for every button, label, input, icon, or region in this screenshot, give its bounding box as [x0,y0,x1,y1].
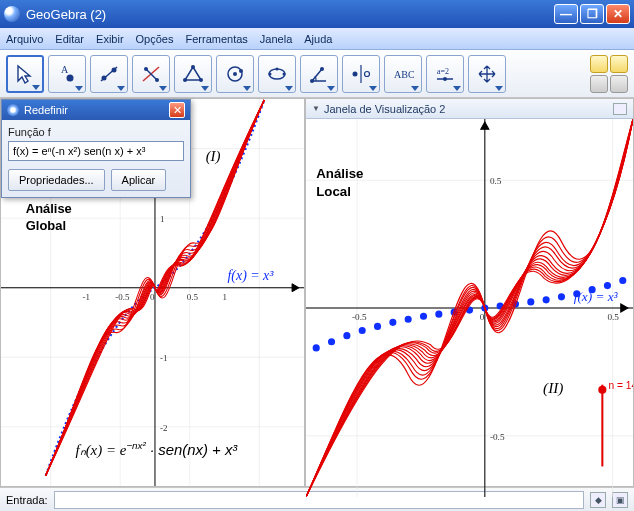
svg-text:-0.5: -0.5 [115,292,130,302]
menu-ajuda[interactable]: Ajuda [304,33,332,45]
svg-point-66 [360,328,364,332]
slider-n-label: n = 14 [608,380,633,391]
titlebar: GeoGebra (2) — ❐ ✕ [0,0,634,28]
help-button[interactable] [590,75,608,93]
svg-text:0: 0 [480,312,485,322]
window-title: GeoGebra (2) [26,7,554,22]
svg-point-11 [199,78,203,82]
svg-point-83 [621,278,625,282]
maximize-button[interactable]: ❐ [580,4,604,24]
view2-tools-icon[interactable] [613,103,627,115]
svg-point-69 [406,317,410,321]
app-icon [4,6,20,22]
svg-text:-2: -2 [160,423,167,433]
menu-arquivo[interactable]: Arquivo [6,33,43,45]
label-analise-global-2: Global [26,218,66,233]
graphics-view-1[interactable]: -1-0.50.51 12-1-2 0 [0,98,305,487]
menu-janela[interactable]: Janela [260,33,292,45]
slider-n[interactable]: n = 14 [598,380,633,467]
settings-button[interactable] [610,75,628,93]
svg-text:-1: -1 [160,353,167,363]
svg-text:0.5: 0.5 [607,312,619,322]
svg-point-14 [233,72,237,76]
tool-line[interactable] [90,55,128,93]
tool-slider[interactable]: a=2 [426,55,464,93]
tool-text[interactable]: ABC [384,55,422,93]
redefine-label: Função f [8,126,184,138]
redo-button[interactable] [610,55,628,73]
svg-point-78 [544,298,548,302]
svg-text:1: 1 [160,214,164,224]
menubar: Arquivo Editar Exibir Opções Ferramentas… [0,28,634,50]
svg-point-82 [605,284,609,288]
svg-point-77 [529,300,533,304]
redefine-close-button[interactable]: ✕ [169,102,185,118]
svg-point-17 [269,72,272,75]
toolbar-right [590,55,628,93]
svg-point-20 [310,79,314,83]
svg-point-64 [330,340,334,344]
menu-editar[interactable]: Editar [55,33,84,45]
svg-point-18 [276,67,279,70]
input-label: Entrada: [6,494,48,506]
tool-pan[interactable] [468,55,506,93]
redefine-dialog: Redefinir ✕ Função f Propriedades... Apl… [1,99,191,198]
svg-text:0.5: 0.5 [187,292,199,302]
svg-text:-0.5: -0.5 [490,432,505,442]
svg-point-23 [353,71,358,76]
collapse-icon[interactable]: ▼ [312,104,320,113]
label-fx-cubed-right: f(x) = x³ [574,289,619,304]
tool-circle[interactable] [216,55,254,93]
svg-point-70 [421,314,425,318]
redefine-title: Redefinir [24,104,68,116]
tool-point[interactable]: A [48,55,86,93]
apply-button[interactable]: Aplicar [111,169,167,191]
toolbar: A ABC a=2 [0,50,634,98]
svg-text:1: 1 [223,292,227,302]
close-button[interactable]: ✕ [606,4,630,24]
svg-point-8 [155,78,159,82]
svg-point-65 [345,334,349,338]
svg-point-3 [102,75,107,80]
svg-text:0: 0 [150,292,155,302]
label-analise-local-2: Local [316,184,351,199]
svg-point-7 [144,67,148,71]
svg-point-63 [314,346,318,350]
redefine-titlebar[interactable]: Redefinir ✕ [2,100,190,120]
svg-point-21 [320,67,324,71]
redefine-icon [7,104,19,116]
redefine-input[interactable] [8,141,184,161]
menu-exibir[interactable]: Exibir [96,33,124,45]
tool-angle[interactable] [300,55,338,93]
undo-button[interactable] [590,55,608,73]
svg-point-12 [183,78,187,82]
svg-point-68 [391,320,395,324]
label-roman-two: (II) [543,379,563,397]
properties-button[interactable]: Propriedades... [8,169,105,191]
svg-point-28 [443,77,447,81]
tool-transform[interactable] [342,55,380,93]
view2-header: ▼ Janela de Visualização 2 [306,99,633,119]
menu-ferramentas[interactable]: Ferramentas [185,33,247,45]
svg-point-1 [67,74,74,81]
minimize-button[interactable]: — [554,4,578,24]
svg-text:ABC: ABC [394,69,414,80]
graph-right[interactable]: -0.500.5 0.5-0.5 [306,119,633,497]
tool-segment[interactable] [132,55,170,93]
window-buttons: — ❐ ✕ [554,4,630,24]
tool-conic[interactable] [258,55,296,93]
app-window: GeoGebra (2) — ❐ ✕ Arquivo Editar Exibir… [0,0,634,511]
svg-text:0.5: 0.5 [490,176,502,186]
svg-text:-1: -1 [82,292,89,302]
graphics-view-2[interactable]: ▼ Janela de Visualização 2 -0.500.5 0.5-… [305,98,634,487]
svg-point-4 [112,67,117,72]
svg-text:a=2: a=2 [437,67,449,76]
tool-polygon[interactable] [174,55,212,93]
svg-point-15 [239,69,243,73]
menu-opcoes[interactable]: Opções [136,33,174,45]
svg-point-67 [375,324,379,328]
label-analise-global-1: Análise [26,201,72,216]
tool-move[interactable] [6,55,44,93]
content-area: -1-0.50.51 12-1-2 0 [0,98,634,487]
svg-point-10 [191,65,195,69]
